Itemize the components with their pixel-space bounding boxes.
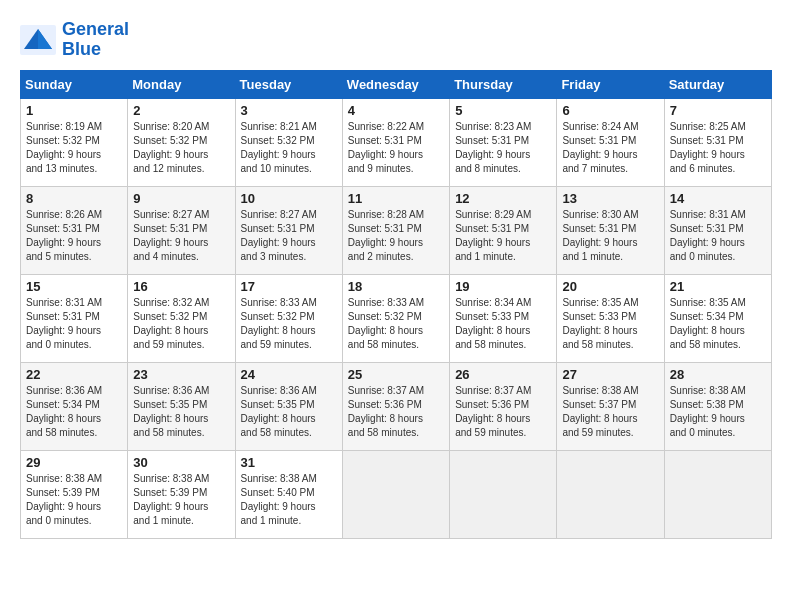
- day-info: Sunrise: 8:38 AM Sunset: 5:37 PM Dayligh…: [562, 384, 658, 440]
- day-number: 16: [133, 279, 229, 294]
- day-info: Sunrise: 8:25 AM Sunset: 5:31 PM Dayligh…: [670, 120, 766, 176]
- calendar-week-2: 8Sunrise: 8:26 AM Sunset: 5:31 PM Daylig…: [21, 186, 772, 274]
- day-info: Sunrise: 8:33 AM Sunset: 5:32 PM Dayligh…: [348, 296, 444, 352]
- calendar-week-1: 1Sunrise: 8:19 AM Sunset: 5:32 PM Daylig…: [21, 98, 772, 186]
- day-number: 19: [455, 279, 551, 294]
- day-info: Sunrise: 8:31 AM Sunset: 5:31 PM Dayligh…: [670, 208, 766, 264]
- day-number: 8: [26, 191, 122, 206]
- day-info: Sunrise: 8:38 AM Sunset: 5:40 PM Dayligh…: [241, 472, 337, 528]
- day-info: Sunrise: 8:35 AM Sunset: 5:34 PM Dayligh…: [670, 296, 766, 352]
- logo-icon: [20, 25, 56, 55]
- day-number: 12: [455, 191, 551, 206]
- logo: General Blue: [20, 20, 129, 60]
- day-number: 9: [133, 191, 229, 206]
- day-info: Sunrise: 8:36 AM Sunset: 5:35 PM Dayligh…: [133, 384, 229, 440]
- calendar-cell: 30Sunrise: 8:38 AM Sunset: 5:39 PM Dayli…: [128, 450, 235, 538]
- day-number: 29: [26, 455, 122, 470]
- calendar-cell: [450, 450, 557, 538]
- day-number: 15: [26, 279, 122, 294]
- day-number: 2: [133, 103, 229, 118]
- calendar-cell: [557, 450, 664, 538]
- calendar-cell: 15Sunrise: 8:31 AM Sunset: 5:31 PM Dayli…: [21, 274, 128, 362]
- calendar-cell: 3Sunrise: 8:21 AM Sunset: 5:32 PM Daylig…: [235, 98, 342, 186]
- day-info: Sunrise: 8:24 AM Sunset: 5:31 PM Dayligh…: [562, 120, 658, 176]
- day-number: 11: [348, 191, 444, 206]
- calendar-cell: 24Sunrise: 8:36 AM Sunset: 5:35 PM Dayli…: [235, 362, 342, 450]
- calendar-cell: 21Sunrise: 8:35 AM Sunset: 5:34 PM Dayli…: [664, 274, 771, 362]
- calendar-cell: 31Sunrise: 8:38 AM Sunset: 5:40 PM Dayli…: [235, 450, 342, 538]
- day-info: Sunrise: 8:23 AM Sunset: 5:31 PM Dayligh…: [455, 120, 551, 176]
- calendar-cell: 9Sunrise: 8:27 AM Sunset: 5:31 PM Daylig…: [128, 186, 235, 274]
- calendar-header-row: SundayMondayTuesdayWednesdayThursdayFrid…: [21, 70, 772, 98]
- calendar-cell: 19Sunrise: 8:34 AM Sunset: 5:33 PM Dayli…: [450, 274, 557, 362]
- day-number: 17: [241, 279, 337, 294]
- day-info: Sunrise: 8:22 AM Sunset: 5:31 PM Dayligh…: [348, 120, 444, 176]
- day-number: 10: [241, 191, 337, 206]
- day-info: Sunrise: 8:26 AM Sunset: 5:31 PM Dayligh…: [26, 208, 122, 264]
- day-number: 14: [670, 191, 766, 206]
- day-number: 23: [133, 367, 229, 382]
- calendar-cell: 28Sunrise: 8:38 AM Sunset: 5:38 PM Dayli…: [664, 362, 771, 450]
- day-info: Sunrise: 8:36 AM Sunset: 5:34 PM Dayligh…: [26, 384, 122, 440]
- day-info: Sunrise: 8:27 AM Sunset: 5:31 PM Dayligh…: [241, 208, 337, 264]
- day-info: Sunrise: 8:34 AM Sunset: 5:33 PM Dayligh…: [455, 296, 551, 352]
- header-wednesday: Wednesday: [342, 70, 449, 98]
- day-info: Sunrise: 8:20 AM Sunset: 5:32 PM Dayligh…: [133, 120, 229, 176]
- calendar-cell: 22Sunrise: 8:36 AM Sunset: 5:34 PM Dayli…: [21, 362, 128, 450]
- day-number: 28: [670, 367, 766, 382]
- calendar-cell: 5Sunrise: 8:23 AM Sunset: 5:31 PM Daylig…: [450, 98, 557, 186]
- calendar-cell: 26Sunrise: 8:37 AM Sunset: 5:36 PM Dayli…: [450, 362, 557, 450]
- calendar-cell: 18Sunrise: 8:33 AM Sunset: 5:32 PM Dayli…: [342, 274, 449, 362]
- calendar-cell: 6Sunrise: 8:24 AM Sunset: 5:31 PM Daylig…: [557, 98, 664, 186]
- day-info: Sunrise: 8:38 AM Sunset: 5:39 PM Dayligh…: [133, 472, 229, 528]
- day-number: 26: [455, 367, 551, 382]
- calendar-cell: 7Sunrise: 8:25 AM Sunset: 5:31 PM Daylig…: [664, 98, 771, 186]
- calendar-cell: 4Sunrise: 8:22 AM Sunset: 5:31 PM Daylig…: [342, 98, 449, 186]
- day-number: 20: [562, 279, 658, 294]
- day-info: Sunrise: 8:37 AM Sunset: 5:36 PM Dayligh…: [455, 384, 551, 440]
- logo-text: General Blue: [62, 20, 129, 60]
- calendar-cell: 8Sunrise: 8:26 AM Sunset: 5:31 PM Daylig…: [21, 186, 128, 274]
- calendar-cell: 2Sunrise: 8:20 AM Sunset: 5:32 PM Daylig…: [128, 98, 235, 186]
- day-info: Sunrise: 8:31 AM Sunset: 5:31 PM Dayligh…: [26, 296, 122, 352]
- day-number: 30: [133, 455, 229, 470]
- day-info: Sunrise: 8:33 AM Sunset: 5:32 PM Dayligh…: [241, 296, 337, 352]
- day-number: 21: [670, 279, 766, 294]
- day-number: 7: [670, 103, 766, 118]
- calendar-week-4: 22Sunrise: 8:36 AM Sunset: 5:34 PM Dayli…: [21, 362, 772, 450]
- day-number: 4: [348, 103, 444, 118]
- day-number: 24: [241, 367, 337, 382]
- calendar-cell: 23Sunrise: 8:36 AM Sunset: 5:35 PM Dayli…: [128, 362, 235, 450]
- calendar-week-3: 15Sunrise: 8:31 AM Sunset: 5:31 PM Dayli…: [21, 274, 772, 362]
- calendar-cell: 14Sunrise: 8:31 AM Sunset: 5:31 PM Dayli…: [664, 186, 771, 274]
- day-number: 1: [26, 103, 122, 118]
- day-info: Sunrise: 8:19 AM Sunset: 5:32 PM Dayligh…: [26, 120, 122, 176]
- header-thursday: Thursday: [450, 70, 557, 98]
- calendar-cell: 20Sunrise: 8:35 AM Sunset: 5:33 PM Dayli…: [557, 274, 664, 362]
- page-header: General Blue: [20, 20, 772, 60]
- calendar-cell: [664, 450, 771, 538]
- day-number: 18: [348, 279, 444, 294]
- day-info: Sunrise: 8:38 AM Sunset: 5:39 PM Dayligh…: [26, 472, 122, 528]
- calendar-cell: [342, 450, 449, 538]
- header-sunday: Sunday: [21, 70, 128, 98]
- day-info: Sunrise: 8:32 AM Sunset: 5:32 PM Dayligh…: [133, 296, 229, 352]
- day-number: 25: [348, 367, 444, 382]
- day-number: 22: [26, 367, 122, 382]
- day-info: Sunrise: 8:35 AM Sunset: 5:33 PM Dayligh…: [562, 296, 658, 352]
- day-info: Sunrise: 8:38 AM Sunset: 5:38 PM Dayligh…: [670, 384, 766, 440]
- day-info: Sunrise: 8:30 AM Sunset: 5:31 PM Dayligh…: [562, 208, 658, 264]
- calendar-cell: 27Sunrise: 8:38 AM Sunset: 5:37 PM Dayli…: [557, 362, 664, 450]
- day-number: 13: [562, 191, 658, 206]
- day-number: 31: [241, 455, 337, 470]
- day-info: Sunrise: 8:29 AM Sunset: 5:31 PM Dayligh…: [455, 208, 551, 264]
- calendar-cell: 25Sunrise: 8:37 AM Sunset: 5:36 PM Dayli…: [342, 362, 449, 450]
- day-number: 3: [241, 103, 337, 118]
- calendar-cell: 10Sunrise: 8:27 AM Sunset: 5:31 PM Dayli…: [235, 186, 342, 274]
- header-friday: Friday: [557, 70, 664, 98]
- calendar-cell: 17Sunrise: 8:33 AM Sunset: 5:32 PM Dayli…: [235, 274, 342, 362]
- calendar-week-5: 29Sunrise: 8:38 AM Sunset: 5:39 PM Dayli…: [21, 450, 772, 538]
- calendar-cell: 29Sunrise: 8:38 AM Sunset: 5:39 PM Dayli…: [21, 450, 128, 538]
- calendar-cell: 11Sunrise: 8:28 AM Sunset: 5:31 PM Dayli…: [342, 186, 449, 274]
- header-saturday: Saturday: [664, 70, 771, 98]
